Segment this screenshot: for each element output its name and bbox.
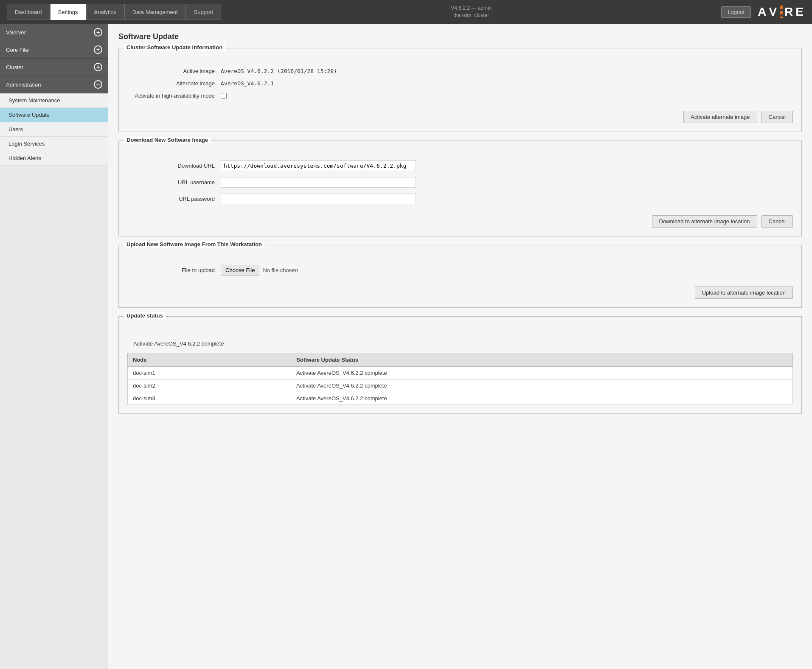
download-inner: Download URL URL username URL password D… [119, 150, 801, 236]
sidebar: VServer + Core Filer + Cluster + Adminis… [0, 24, 108, 669]
ha-mode-row: Activate in high-availability mode [127, 93, 793, 100]
table-row: doc-sim1Activate AvereOS_V4.6.2.2 comple… [128, 366, 793, 379]
sidebar-corefiler-label: Core Filer [6, 47, 30, 53]
avere-logo: A V R E [758, 5, 805, 19]
header: Dashboard Settings Analytics Data Manage… [0, 0, 812, 24]
cluster-info-cancel-button[interactable]: Cancel [761, 111, 793, 123]
page-title: Software Update [118, 32, 802, 41]
main-content: Software Update Cluster Software Update … [108, 24, 812, 669]
header-right: Logout A V R E [721, 5, 805, 19]
file-upload-area: Choose File No file chosen [221, 265, 298, 275]
download-url-label: Download URL [127, 163, 221, 169]
download-alternate-button[interactable]: Download to alternate image location [652, 215, 757, 228]
download-cancel-button[interactable]: Cancel [761, 215, 793, 228]
download-actions: Download to alternate image location Can… [127, 211, 793, 228]
ha-mode-checkbox[interactable] [221, 93, 227, 99]
sidebar-item-system-maintenance[interactable]: System Maintenance [0, 93, 108, 108]
sidebar-cluster-label: Cluster [6, 64, 23, 70]
sidebar-item-users[interactable]: Users [0, 122, 108, 137]
active-image-value: AvereOS_V4.6.2.2 (2016/01/28_15:29) [221, 68, 337, 74]
cluster-info-panel: Cluster Software Update Information Acti… [118, 48, 802, 132]
choose-file-button[interactable]: Choose File [221, 265, 259, 275]
logo-bar-icon [780, 6, 783, 18]
cluster-info-actions: Activate alternate image Cancel [127, 107, 793, 123]
tab-analytics[interactable]: Analytics [86, 4, 124, 20]
upload-alternate-button[interactable]: Upload to alternate image location [695, 287, 793, 299]
status-inner: Activate AvereOS_V4.6.2.2 complete Node … [119, 326, 801, 413]
sidebar-section-corefiler[interactable]: Core Filer + [0, 41, 108, 59]
table-row: doc-sim3Activate AvereOS_V4.6.2.2 comple… [128, 392, 793, 405]
corefiler-expand-icon: + [94, 45, 102, 54]
table-header-row: Node Software Update Status [128, 353, 793, 366]
node-cell: doc-sim3 [128, 392, 291, 405]
nav-tabs-container: Dashboard Settings Analytics Data Manage… [7, 4, 221, 20]
tab-settings[interactable]: Settings [50, 4, 86, 20]
status-panel: Update status Activate AvereOS_V4.6.2.2 … [118, 316, 802, 414]
col-node: Node [128, 353, 291, 366]
url-password-label: URL password [127, 196, 221, 202]
sidebar-item-software-update[interactable]: Software Update [0, 108, 108, 122]
url-username-input[interactable] [221, 177, 416, 188]
download-panel: Download New Software Image Download URL… [118, 141, 802, 236]
node-cell: doc-sim2 [128, 379, 291, 392]
sidebar-administration-label: Administration [6, 82, 41, 88]
logout-button[interactable]: Logout [721, 6, 751, 18]
status-message: Activate AvereOS_V4.6.2.2 complete [127, 336, 793, 351]
alternate-image-label: Alternate image [127, 80, 221, 87]
nav-tabs: Dashboard Settings Analytics Data Manage… [7, 4, 221, 20]
upload-actions: Upload to alternate image location [127, 282, 793, 299]
main-layout: VServer + Core Filer + Cluster + Adminis… [0, 24, 812, 669]
url-password-row: URL password [127, 194, 793, 204]
cluster-name: doc-sim_cluster [451, 12, 492, 19]
sidebar-section-administration[interactable]: Administration − [0, 76, 108, 93]
sidebar-vserver-label: VServer [6, 29, 26, 36]
upload-panel: Upload New Software Image From This Work… [118, 245, 802, 308]
alternate-image-row: Alternate image AvereOS_V4.6.2.1 [127, 80, 793, 87]
table-row: doc-sim2Activate AvereOS_V4.6.2.2 comple… [128, 379, 793, 392]
no-file-label: No file chosen [263, 267, 298, 273]
alternate-image-value: AvereOS_V4.6.2.1 [221, 80, 274, 87]
sidebar-section-cluster[interactable]: Cluster + [0, 59, 108, 76]
header-cluster-info: V4.6.2.2 --- admin doc-sim_cluster [451, 5, 492, 19]
activate-alternate-image-button[interactable]: Activate alternate image [683, 111, 757, 123]
tab-support[interactable]: Support [186, 4, 222, 20]
cluster-expand-icon: + [94, 63, 102, 71]
url-password-input[interactable] [221, 194, 416, 204]
upload-inner: File to upload Choose File No file chose… [119, 255, 801, 307]
status-cell: Activate AvereOS_V4.6.2.2 complete [291, 379, 793, 392]
cluster-info-inner: Active image AvereOS_V4.6.2.2 (2016/01/2… [119, 58, 801, 132]
ha-mode-label: Activate in high-availability mode [127, 93, 221, 100]
cluster-info-legend: Cluster Software Update Information [124, 44, 225, 51]
url-username-label: URL username [127, 179, 221, 186]
administration-collapse-icon: − [94, 80, 102, 89]
upload-legend: Upload New Software Image From This Work… [124, 241, 264, 247]
logo-e: E [795, 5, 805, 19]
logo-r: R [784, 5, 795, 19]
node-cell: doc-sim1 [128, 366, 291, 379]
vserver-expand-icon: + [94, 28, 102, 37]
sidebar-section-vserver[interactable]: VServer + [0, 24, 108, 41]
file-upload-row: File to upload Choose File No file chose… [127, 265, 793, 275]
tab-dashboard[interactable]: Dashboard [7, 4, 50, 20]
url-username-row: URL username [127, 177, 793, 188]
logo-v: V [769, 5, 778, 19]
logo-a: A [758, 5, 768, 19]
download-url-input[interactable] [221, 160, 416, 171]
status-table: Node Software Update Status doc-sim1Acti… [127, 353, 793, 405]
active-image-label: Active image [127, 68, 221, 74]
col-status: Software Update Status [291, 353, 793, 366]
status-cell: Activate AvereOS_V4.6.2.2 complete [291, 366, 793, 379]
sidebar-item-hidden-alerts[interactable]: Hidden Alerts [0, 151, 108, 166]
tab-data-management[interactable]: Data Management [124, 4, 186, 20]
download-legend: Download New Software Image [124, 137, 211, 143]
file-upload-label: File to upload [127, 267, 221, 273]
version-info: V4.6.2.2 --- admin [451, 5, 492, 12]
download-url-row: Download URL [127, 160, 793, 171]
sidebar-item-login-services[interactable]: Login Services [0, 137, 108, 151]
status-legend: Update status [124, 312, 166, 319]
status-cell: Activate AvereOS_V4.6.2.2 complete [291, 392, 793, 405]
active-image-row: Active image AvereOS_V4.6.2.2 (2016/01/2… [127, 68, 793, 74]
